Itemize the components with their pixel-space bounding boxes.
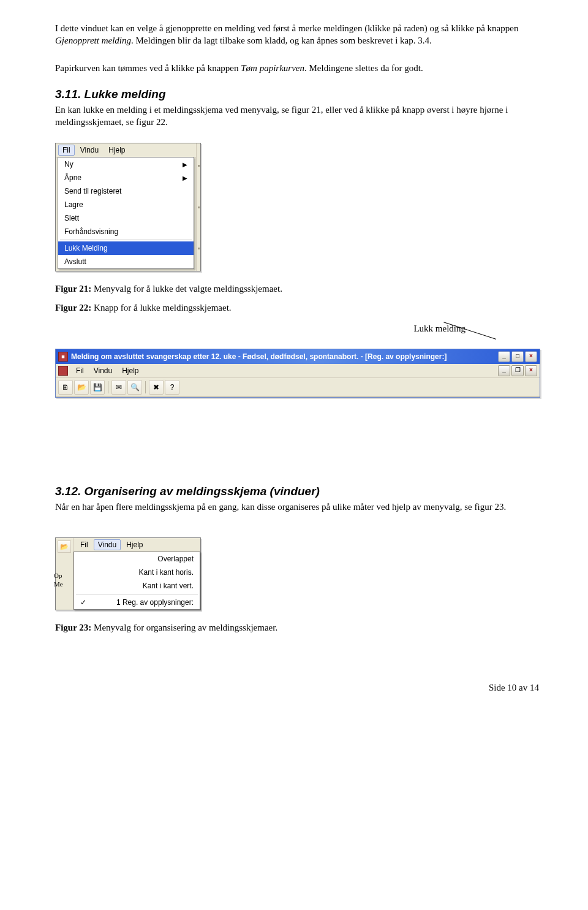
toolbar-separator	[108, 381, 108, 393]
toolbar-grip	[196, 143, 200, 271]
menu-item-slett[interactable]: Slett	[58, 211, 194, 225]
label: Overlappet	[157, 555, 194, 563]
intro-para-2: Papirkurven kan tømmes ved å klikke på k…	[55, 62, 539, 74]
label: Forhåndsvisning	[64, 227, 118, 236]
menu-item-lukk-melding[interactable]: Lukk Melding	[58, 241, 194, 255]
toolbar-separator	[145, 381, 146, 393]
toolbar-preview-button[interactable]: 🔍	[127, 380, 142, 395]
checkmark-icon: ✓	[80, 598, 89, 607]
separator	[60, 240, 192, 240]
child-restore-button[interactable]: ❐	[511, 365, 524, 376]
close-button[interactable]: ×	[525, 351, 537, 362]
caption-text: Menyvalg for organsisering av meldingssk…	[91, 623, 277, 632]
side-text-me: Me	[54, 580, 63, 588]
page-footer: Side 10 av 14	[55, 683, 539, 693]
vindu-dropdown: Overlappet Kant i kant horis. Kant i kan…	[74, 552, 200, 610]
menu-fil[interactable]: Fil	[58, 145, 75, 156]
label: Kant i kant horis.	[139, 568, 194, 577]
fig23-caption: Figur 23: Menyvalg for organsisering av …	[55, 621, 539, 634]
text: . Meldingene slettes da for godt.	[304, 63, 423, 73]
menu-item-kant-vert[interactable]: Kant i kant vert.	[74, 579, 200, 593]
menu-item-kant-horis[interactable]: Kant i kant horis.	[74, 566, 200, 579]
toolbar-save-button[interactable]: 💾	[90, 380, 105, 395]
fig21-caption: Figur 21: Menyvalg for å lukke det valgt…	[55, 282, 539, 295]
fig21-menu-window: Fil Vindu Hjelp Ny▶ Åpne▶ Send til regis…	[55, 143, 201, 271]
menu-vindu[interactable]: Vindu	[76, 145, 103, 156]
menu-item-apne[interactable]: Åpne▶	[58, 171, 194, 184]
caption-label: Figur 22:	[55, 303, 91, 313]
toolbar: 🗎 📂 💾 ✉ 🔍 ✖ ?	[56, 378, 540, 397]
toolbar-help-button[interactable]: ?	[165, 380, 179, 395]
menu-hjelp[interactable]: Hjelp	[122, 539, 147, 550]
callout-lukk-melding: Lukk melding	[413, 324, 466, 334]
menu-fil[interactable]: Fil	[76, 539, 92, 550]
menu-item-forhandsvisning[interactable]: Forhåndsvisning	[58, 225, 194, 238]
intro-para-1: I dette vinduet kan en velge å gjenoppre…	[55, 22, 539, 47]
label: Kant i kant vert.	[143, 582, 194, 590]
document-icon	[58, 366, 68, 376]
toolbar-new-button[interactable]: 🗎	[58, 380, 73, 395]
submenu-arrow-icon: ▶	[183, 175, 187, 181]
maximize-button[interactable]: □	[511, 351, 524, 362]
text: . Meldingen blir da lagt tilbake som kla…	[131, 36, 432, 45]
mdi-menubar: Fil Vindu Hjelp _ ❐ ×	[56, 364, 540, 378]
menu-item-overlappet[interactable]: Overlappet	[74, 552, 200, 566]
caption-label: Figur 23:	[55, 623, 91, 632]
fig22-mdi-window: ■ Melding om avsluttet svangerskap etter…	[55, 349, 540, 398]
label: Send til registeret	[64, 187, 121, 195]
toolbar-send-button[interactable]: ✉	[111, 380, 126, 395]
app-icon: ■	[58, 352, 68, 362]
menu-hjelp[interactable]: Hjelp	[118, 365, 143, 376]
strip-open-button[interactable]: 📂	[58, 540, 71, 553]
heading-3-11: 3.11. Lukke melding	[55, 88, 539, 101]
menu-vindu[interactable]: Vindu	[94, 539, 121, 550]
fig23-menu-window: 📂 Fil Vindu Hjelp Overlappet Kant i kant…	[55, 537, 201, 610]
menu-item-reg-opplysninger[interactable]: ✓1 Reg. av opplysninger:	[74, 596, 200, 609]
window-title: Melding om avsluttet svangerskap etter 1…	[71, 352, 498, 361]
minimize-button[interactable]: _	[498, 351, 510, 362]
menu-item-send[interactable]: Send til registeret	[58, 184, 194, 198]
toolbar-open-button[interactable]: 📂	[74, 380, 89, 395]
label: 1 Reg. av opplysninger:	[116, 598, 194, 607]
menu-item-avslutt[interactable]: Avslutt	[58, 255, 194, 268]
menu-item-lagre[interactable]: Lagre	[58, 198, 194, 211]
label: Lukk Melding	[64, 244, 108, 252]
separator	[76, 594, 198, 594]
menu-vindu[interactable]: Vindu	[89, 365, 116, 376]
toolbar-delete-button[interactable]: ✖	[149, 380, 164, 395]
label: Åpne	[64, 173, 81, 182]
button-name-tom-papirkurven: Tøm papirkurven	[241, 63, 304, 73]
heading-3-12: 3.12. Organisering av meldingsskjema (vi…	[55, 485, 539, 498]
fil-dropdown: Ny▶ Åpne▶ Send til registeret Lagre Slet…	[58, 157, 194, 269]
menubar: Fil Vindu Hjelp	[56, 143, 196, 157]
text: I dette vinduet kan en velge å gjenoppre…	[55, 23, 518, 33]
menu-hjelp[interactable]: Hjelp	[104, 145, 129, 156]
text: Papirkurven kan tømmes ved å klikke på k…	[55, 63, 241, 73]
label: Avslutt	[64, 257, 86, 266]
label: Lagre	[64, 200, 83, 209]
menu-fil[interactable]: Fil	[72, 365, 88, 376]
sec-3-12-body: Når en har åpen flere meldingsskjema på …	[55, 501, 539, 513]
child-close-button[interactable]: ×	[525, 365, 537, 376]
caption-label: Figur 21:	[55, 284, 91, 294]
button-name-gjenopprett: Gjenopprett melding	[55, 36, 131, 45]
caption-text: Knapp for å lukke meldingsskjemaet.	[91, 303, 231, 313]
child-minimize-button[interactable]: _	[498, 365, 510, 376]
titlebar: ■ Melding om avsluttet svangerskap etter…	[56, 349, 540, 364]
fig22-caption: Figur 22: Knapp for å lukke meldingsskje…	[55, 301, 539, 314]
sec-3-11-body: En kan lukke en melding i et meldingsskj…	[55, 104, 539, 129]
submenu-arrow-icon: ▶	[183, 161, 187, 168]
menubar: Fil Vindu Hjelp	[74, 538, 200, 552]
label: Slett	[64, 214, 79, 222]
caption-text: Menyvalg for å lukke det valgte meldings…	[91, 284, 282, 294]
side-text-op: Op	[54, 572, 62, 579]
label: Ny	[64, 160, 74, 169]
menu-item-ny[interactable]: Ny▶	[58, 157, 194, 171]
